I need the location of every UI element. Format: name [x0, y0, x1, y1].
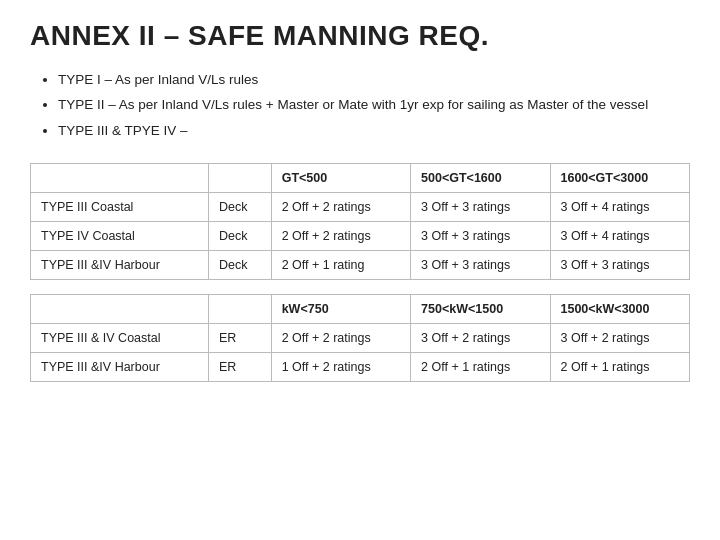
- row4-col2: 3 Off + 2 ratings: [411, 323, 550, 352]
- table-row: TYPE III & IV Coastal ER 2 Off + 2 ratin…: [31, 323, 690, 352]
- row2-col1: 2 Off + 2 ratings: [271, 221, 410, 250]
- col-empty-2: [208, 163, 271, 192]
- col-kw750: kW<750: [271, 294, 410, 323]
- col-empty-1: [31, 163, 209, 192]
- row1-col2: 3 Off + 3 ratings: [411, 192, 550, 221]
- col-gt1600: 500<GT<1600: [411, 163, 550, 192]
- row5-type: TYPE III &IV Harbour: [31, 352, 209, 381]
- table-spacer: [31, 279, 690, 294]
- row4-type: TYPE III & IV Coastal: [31, 323, 209, 352]
- table-row: TYPE IV Coastal Deck 2 Off + 2 ratings 3…: [31, 221, 690, 250]
- col-kw3000: 1500<kW<3000: [550, 294, 689, 323]
- row4-col3: 3 Off + 2 ratings: [550, 323, 689, 352]
- col-gt3000: 1600<GT<3000: [550, 163, 689, 192]
- row3-col1: 2 Off + 1 rating: [271, 250, 410, 279]
- row1-col3: 3 Off + 4 ratings: [550, 192, 689, 221]
- row5-col1: 1 Off + 2 ratings: [271, 352, 410, 381]
- row2-dept: Deck: [208, 221, 271, 250]
- row5-col2: 2 Off + 1 ratings: [411, 352, 550, 381]
- row4-dept: ER: [208, 323, 271, 352]
- row2-col2: 3 Off + 3 ratings: [411, 221, 550, 250]
- row3-col3: 3 Off + 3 ratings: [550, 250, 689, 279]
- bullet-item-2: TYPE II – As per Inland V/Ls rules + Mas…: [58, 95, 690, 115]
- row5-col3: 2 Off + 1 ratings: [550, 352, 689, 381]
- row1-col1: 2 Off + 2 ratings: [271, 192, 410, 221]
- bullet-item-1: TYPE I – As per Inland V/Ls rules: [58, 70, 690, 90]
- row1-dept: Deck: [208, 192, 271, 221]
- table-row: TYPE III &IV Harbour ER 1 Off + 2 rating…: [31, 352, 690, 381]
- row5-dept: ER: [208, 352, 271, 381]
- row3-dept: Deck: [208, 250, 271, 279]
- subcol-empty-1: [31, 294, 209, 323]
- row2-col3: 3 Off + 4 ratings: [550, 221, 689, 250]
- col-kw1500: 750<kW<1500: [411, 294, 550, 323]
- table-row: TYPE III Coastal Deck 2 Off + 2 ratings …: [31, 192, 690, 221]
- subcol-empty-2: [208, 294, 271, 323]
- col-gt500: GT<500: [271, 163, 410, 192]
- row3-type: TYPE III &IV Harbour: [31, 250, 209, 279]
- table-subheader: kW<750 750<kW<1500 1500<kW<3000: [31, 294, 690, 323]
- bullet-list: TYPE I – As per Inland V/Ls rules TYPE I…: [30, 70, 690, 141]
- page-title: ANNEX II – SAFE MANNING REQ.: [30, 20, 690, 52]
- row3-col2: 3 Off + 3 ratings: [411, 250, 550, 279]
- table-row: TYPE III &IV Harbour Deck 2 Off + 1 rati…: [31, 250, 690, 279]
- row4-col1: 2 Off + 2 ratings: [271, 323, 410, 352]
- bullet-item-3: TYPE III & TPYE IV –: [58, 121, 690, 141]
- deck-table: GT<500 500<GT<1600 1600<GT<3000 TYPE III…: [30, 163, 690, 382]
- row1-type: TYPE III Coastal: [31, 192, 209, 221]
- row2-type: TYPE IV Coastal: [31, 221, 209, 250]
